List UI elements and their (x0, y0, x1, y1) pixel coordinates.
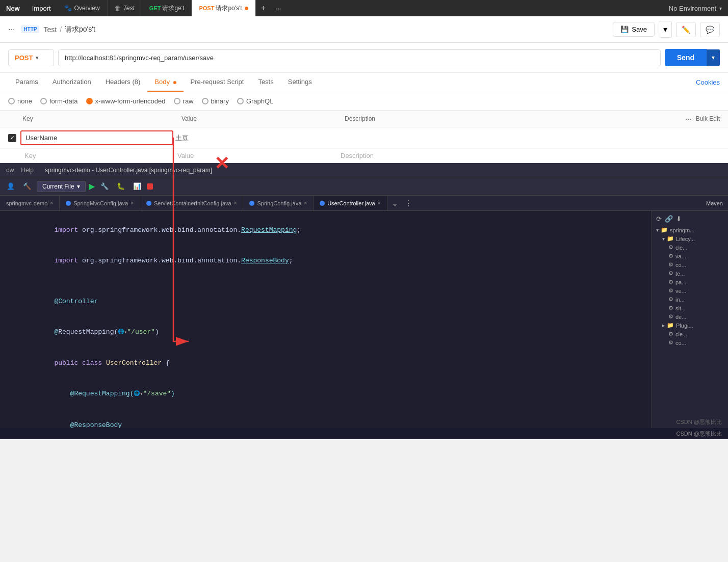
current-file-button[interactable]: Current File ▾ (37, 181, 86, 192)
ide-file-path: springmvc-demo - UserController.java [sp… (45, 167, 212, 174)
send-main-button[interactable]: Send (665, 49, 707, 66)
save-dropdown-button[interactable]: ▾ (659, 21, 672, 38)
close-tab-icon[interactable]: × (234, 200, 237, 206)
body-type-x-www[interactable]: x-www-form-urlencoded (86, 97, 166, 105)
import-button[interactable]: Import (26, 0, 57, 16)
row1-key-input[interactable]: UserName (20, 130, 173, 145)
url-input[interactable] (58, 49, 661, 66)
tab-get[interactable]: GET 请求ge't (142, 0, 192, 16)
user-icon[interactable]: 👤 (4, 181, 17, 191)
maven-tree-item[interactable]: ⚙ pa... (656, 278, 724, 286)
close-tab-icon[interactable]: × (50, 200, 53, 206)
radio-graphql (237, 98, 244, 104)
maven-download-icon[interactable]: ⬇ (676, 215, 682, 223)
save-button[interactable]: 💾 Save (613, 22, 655, 37)
method-chevron-icon: ▾ (36, 55, 38, 61)
tab-options-icon[interactable]: ⋮ (402, 198, 414, 208)
maven-tree-item[interactable]: ⚙ de... (656, 312, 724, 321)
tab-test[interactable]: 🗑 Test (108, 0, 142, 16)
maven-tree-item[interactable]: ⚙ cle... (656, 330, 724, 338)
new-button[interactable]: New (0, 0, 26, 16)
gear-icon: ⚙ (668, 313, 673, 320)
current-file-chevron: ▾ (77, 183, 80, 190)
close-tab-icon[interactable]: × (378, 200, 381, 206)
maven-tree-item[interactable]: ⚙ co... (656, 260, 724, 269)
file-tab-springmvcconfig[interactable]: SpringMvcConfig.java × (60, 196, 140, 210)
environment-selector[interactable]: No Environment ▾ (663, 5, 728, 12)
tab-headers[interactable]: Headers (8) (98, 73, 148, 92)
body-type-row: none form-data x-www-form-urlencoded raw… (0, 92, 728, 111)
row1-value: 土豆 (173, 133, 336, 143)
body-type-raw[interactable]: raw (174, 97, 194, 105)
watermark: CSDN @恶熊比比 (677, 418, 722, 426)
ide-section: ow Help springmvc-demo - UserController.… (0, 163, 728, 428)
bulk-edit-button[interactable]: Bulk Edit (696, 115, 720, 122)
code-line: @Controller (22, 286, 645, 317)
code-editor[interactable]: import org.springframework.web.bind.anno… (16, 211, 652, 428)
code-line: import org.springframework.web.bind.anno… (22, 215, 645, 246)
header-more-icon[interactable]: ··· (8, 25, 15, 34)
tab-authorization[interactable]: Authorization (45, 73, 98, 92)
maven-tree-item[interactable]: ⚙ ve... (656, 286, 724, 295)
table-more-icon[interactable]: ··· (686, 115, 692, 123)
maven-refresh-icon[interactable]: ⟳ (656, 215, 662, 223)
cookies-link[interactable]: Cookies (696, 78, 720, 86)
maven-tree-item[interactable]: ⚙ in... (656, 295, 724, 304)
tab-settings[interactable]: Settings (281, 73, 319, 92)
ide-menu-window[interactable]: ow (6, 167, 14, 174)
add-tab-button[interactable]: + (256, 4, 271, 13)
more-tabs-button[interactable]: ··· (271, 5, 287, 12)
maven-link-icon[interactable]: 🔗 (665, 215, 673, 223)
body-type-graphql[interactable]: GraphQL (237, 97, 273, 105)
build-icon[interactable]: 🔧 (98, 181, 111, 191)
maven-tree-item[interactable]: ▾ 📁 springm... (656, 226, 724, 234)
table-actions: ··· Bulk Edit (686, 115, 720, 123)
maven-tree-item[interactable]: ⚙ te... (656, 269, 724, 278)
code-and-panel: import org.springframework.web.bind.anno… (0, 211, 728, 428)
close-tab-icon[interactable]: × (131, 200, 134, 206)
col-header-value: Value (181, 115, 345, 122)
profile-icon[interactable]: 📊 (131, 181, 144, 191)
tab-overview[interactable]: 🐾 Overview (57, 0, 108, 16)
radio-binary (202, 98, 209, 104)
run-button[interactable]: ▶ (89, 181, 95, 191)
java-file-icon (66, 201, 71, 206)
gear-icon: ⚙ (668, 296, 673, 303)
ide-toolbar: 👤 🔨 Current File ▾ ▶ 🔧 🐛 📊 (0, 177, 728, 196)
maven-tree-item[interactable]: ▾ 📁 Lifecy... (656, 234, 724, 243)
file-tab-servletcontainer[interactable]: ServletContainerInitConfig.java × (140, 196, 243, 210)
debug-icon[interactable]: 🐛 (114, 181, 127, 191)
more-tabs-icon[interactable]: ⌄ (387, 198, 402, 208)
ide-menu-help[interactable]: Help (21, 167, 34, 174)
tab-pre-request[interactable]: Pre-request Script (184, 73, 251, 92)
gear-icon: ⚙ (668, 339, 673, 346)
row1-checkbox[interactable]: ✓ (8, 134, 16, 142)
file-tab-springmvc-demo[interactable]: springmvc-demo × (0, 196, 60, 210)
maven-tree-item[interactable]: ⚙ va... (656, 252, 724, 260)
maven-tree-item[interactable]: ⚙ sit... (656, 304, 724, 312)
status-text: CSDN @恶熊比比 (677, 430, 722, 438)
file-tab-springconfig[interactable]: SpringConfig.java × (243, 196, 314, 210)
edit-icon-button[interactable]: ✏️ (676, 22, 696, 37)
maven-tree-item[interactable]: ⚙ co... (656, 338, 724, 347)
tab-tests[interactable]: Tests (251, 73, 280, 92)
send-dropdown-button[interactable]: ▾ (707, 49, 720, 66)
stop-button[interactable] (147, 183, 153, 190)
file-tab-usercontroller[interactable]: UserController.java × (314, 196, 387, 210)
hammer-icon[interactable]: 🔨 (20, 181, 34, 191)
top-tab-bar: New Import 🐾 Overview 🗑 Test GET 请求ge't … (0, 0, 728, 16)
body-type-none[interactable]: none (8, 97, 32, 105)
java-file-icon (320, 201, 325, 206)
body-type-form-data[interactable]: form-data (40, 97, 78, 105)
maven-tree-item[interactable]: ⚙ cle... (656, 243, 724, 252)
close-tab-icon[interactable]: × (304, 200, 307, 206)
col-header-key: Key (8, 115, 181, 122)
tab-body[interactable]: Body (147, 73, 183, 92)
comment-icon-button[interactable]: 💬 (700, 22, 720, 37)
tab-params[interactable]: Params (8, 73, 45, 92)
maven-tree-item[interactable]: ▸ 📁 Plugi... (656, 321, 724, 330)
method-selector[interactable]: POST ▾ (8, 49, 54, 66)
tab-post[interactable]: POST 请求po's't (192, 0, 255, 16)
ide-titlebar: ow Help springmvc-demo - UserController.… (0, 163, 728, 177)
body-type-binary[interactable]: binary (202, 97, 229, 105)
